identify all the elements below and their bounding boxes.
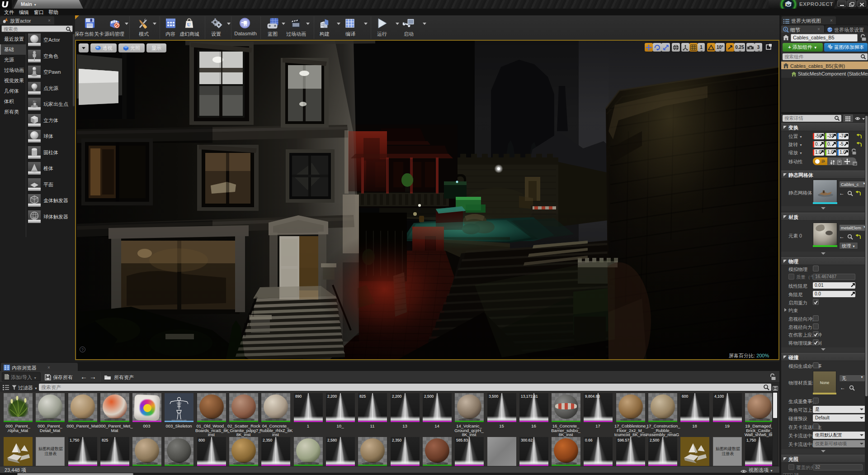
- svg-text:U: U: [187, 22, 191, 27]
